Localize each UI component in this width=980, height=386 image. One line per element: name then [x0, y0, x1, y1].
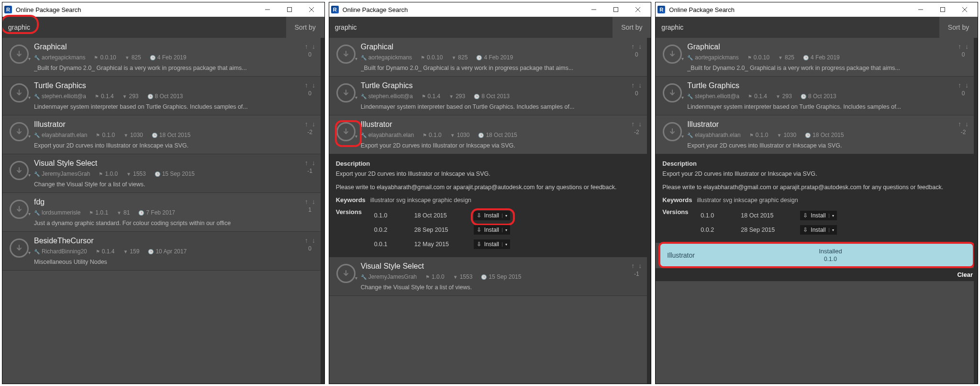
version-row: 0.0.2 28 Sep 2015 ⇩Install▾: [701, 223, 971, 237]
download-button[interactable]: ▾: [657, 81, 687, 110]
minimize-button[interactable]: [910, 2, 932, 17]
downvote-icon[interactable]: ↓: [312, 198, 315, 205]
minimize-button[interactable]: [583, 2, 605, 17]
download-button[interactable]: ▾: [331, 262, 361, 291]
sort-by-button[interactable]: Sort by: [286, 17, 324, 38]
download-button[interactable]: ▾: [4, 237, 34, 265]
search-input[interactable]: graphic: [2, 17, 286, 38]
download-button[interactable]: ▾: [4, 81, 34, 110]
install-button[interactable]: ⇩Install▾: [800, 225, 836, 235]
scrollbar[interactable]: [974, 38, 978, 384]
downvote-icon[interactable]: ↓: [312, 81, 315, 89]
package-row[interactable]: ▾ Graphical 🔧aortegapickmans ⚑0.0.10 ▼82…: [656, 38, 978, 77]
close-button[interactable]: [954, 2, 976, 17]
vote-area: ↑↓ 1: [300, 198, 321, 227]
downvote-icon[interactable]: ↓: [312, 43, 315, 50]
upvote-icon[interactable]: ↑: [305, 81, 308, 89]
package-row[interactable]: ▾ Illustrator 🔧elayabharath.elan ⚑0.1.0 …: [329, 115, 651, 154]
download-button[interactable]: ▾: [4, 120, 34, 149]
maximize-button[interactable]: [605, 2, 627, 17]
downvote-icon[interactable]: ↓: [638, 43, 642, 50]
download-button[interactable]: ▾: [331, 43, 361, 71]
install-dropdown-icon[interactable]: ▾: [829, 228, 834, 232]
upvote-icon[interactable]: ↑: [958, 120, 961, 128]
install-dropdown-icon[interactable]: ▾: [829, 214, 834, 218]
download-button[interactable]: ▾: [4, 159, 34, 188]
vote-arrows[interactable]: ↑↓: [631, 120, 642, 128]
install-dropdown-icon[interactable]: ▾: [502, 228, 507, 232]
date: 🕒15 Sep 2015: [155, 170, 195, 177]
package-row[interactable]: ▾ Visual Style Select 🔧JeremyJamesGrah ⚑…: [329, 257, 651, 296]
vote-arrows[interactable]: ↑↓: [631, 81, 642, 89]
vote-arrows[interactable]: ↑↓: [305, 159, 315, 167]
install-button[interactable]: ⇩Install▾: [474, 225, 510, 235]
downvote-icon[interactable]: ↓: [965, 81, 969, 89]
package-row[interactable]: ▾ Illustrator 🔧elayabharath.elan ⚑0.1.0 …: [2, 115, 324, 154]
install-button[interactable]: ⇩Install▾: [474, 239, 510, 249]
upvote-icon[interactable]: ↑: [958, 81, 961, 89]
upvote-icon[interactable]: ↑: [305, 237, 308, 244]
package-row[interactable]: ▾ Turtle Graphics 🔧stephen.elliott@a ⚑0.…: [329, 77, 651, 115]
maximize-button[interactable]: [278, 2, 301, 17]
sort-by-button[interactable]: Sort by: [939, 17, 978, 38]
install-dropdown-icon[interactable]: ▾: [502, 242, 507, 247]
downvote-icon[interactable]: ↓: [965, 120, 969, 128]
scrollbar[interactable]: [647, 38, 651, 384]
date: 🕒18 Oct 2015: [805, 132, 844, 138]
install-dropdown-icon[interactable]: ▾: [502, 214, 507, 218]
download-button[interactable]: ▾: [331, 81, 361, 110]
downvote-icon[interactable]: ↓: [638, 262, 642, 270]
vote-arrows[interactable]: ↑↓: [305, 198, 315, 205]
upvote-icon[interactable]: ↑: [958, 43, 961, 50]
vote-arrows[interactable]: ↑↓: [958, 120, 969, 128]
vote-arrows[interactable]: ↑↓: [958, 43, 969, 50]
download-button[interactable]: ▾: [657, 120, 687, 149]
close-button[interactable]: [627, 2, 649, 17]
close-button[interactable]: [301, 2, 323, 17]
package-row[interactable]: ▾ Turtle Graphics 🔧stephen.elliott@a ⚑0.…: [2, 77, 324, 115]
maximize-button[interactable]: [932, 2, 954, 17]
vote-arrows[interactable]: ↑↓: [631, 262, 642, 270]
downvote-icon[interactable]: ↓: [312, 120, 315, 128]
package-row[interactable]: ▾ Graphical 🔧aortegapickmans ⚑0.0.10 ▼82…: [329, 38, 651, 77]
minimize-button[interactable]: [256, 2, 278, 17]
vote-arrows[interactable]: ↑↓: [305, 43, 315, 50]
download-button[interactable]: ▾: [657, 43, 687, 71]
vote-arrows[interactable]: ↑↓: [305, 120, 315, 128]
download-button[interactable]: ▾: [4, 198, 34, 227]
scrollbar[interactable]: [321, 38, 324, 384]
sort-by-button[interactable]: Sort by: [612, 17, 651, 38]
download-button[interactable]: ▾: [4, 43, 34, 71]
package-row[interactable]: ▾ Turtle Graphics 🔧stephen.elliott@a ⚑0.…: [656, 77, 978, 115]
downvote-icon[interactable]: ↓: [312, 237, 315, 244]
upvote-icon[interactable]: ↑: [305, 43, 308, 50]
upvote-icon[interactable]: ↑: [631, 262, 635, 270]
version-date: 28 Sep 2015: [741, 227, 798, 233]
search-input[interactable]: graphic: [656, 17, 939, 38]
package-row[interactable]: ▾ fdg 🔧lordsummerisle ⚑1.0.1 ▼81 🕒7 Feb …: [2, 193, 324, 232]
vote-arrows[interactable]: ↑↓: [631, 43, 642, 50]
vote-arrows[interactable]: ↑↓: [958, 81, 969, 89]
download-button[interactable]: ▾: [331, 120, 361, 149]
downvote-icon[interactable]: ↓: [965, 43, 969, 50]
clear-button[interactable]: Clear: [656, 268, 978, 281]
upvote-icon[interactable]: ↑: [631, 120, 635, 128]
upvote-icon[interactable]: ↑: [631, 43, 635, 50]
package-row[interactable]: ▾ Visual Style Select 🔧JeremyJamesGrah ⚑…: [2, 154, 324, 193]
install-button[interactable]: ⇩Install▾: [800, 211, 836, 220]
upvote-icon[interactable]: ↑: [305, 198, 308, 205]
downvote-icon[interactable]: ↓: [638, 81, 642, 89]
vote-arrows[interactable]: ↑↓: [305, 81, 315, 89]
package-row[interactable]: ▾ Illustrator 🔧elayabharath.elan ⚑0.1.0 …: [656, 115, 978, 154]
upvote-icon[interactable]: ↑: [631, 81, 635, 89]
package-row[interactable]: ▾ Graphical 🔧aortegapickmans ⚑0.0.10 ▼82…: [2, 38, 324, 77]
install-button[interactable]: ⇩Install▾: [474, 211, 510, 220]
upvote-icon[interactable]: ↑: [305, 159, 308, 167]
upvote-icon[interactable]: ↑: [305, 120, 308, 128]
downvote-icon[interactable]: ↓: [312, 159, 315, 167]
package-row[interactable]: ▾ BesideTheCursor 🔧RichardBinning20 ⚑0.1…: [2, 232, 324, 271]
downvote-icon[interactable]: ↓: [638, 120, 642, 128]
vote-arrows[interactable]: ↑↓: [305, 237, 315, 244]
search-input[interactable]: graphic: [329, 17, 613, 38]
description-text-1: Export your 2D curves into Illustrator o…: [662, 170, 971, 179]
